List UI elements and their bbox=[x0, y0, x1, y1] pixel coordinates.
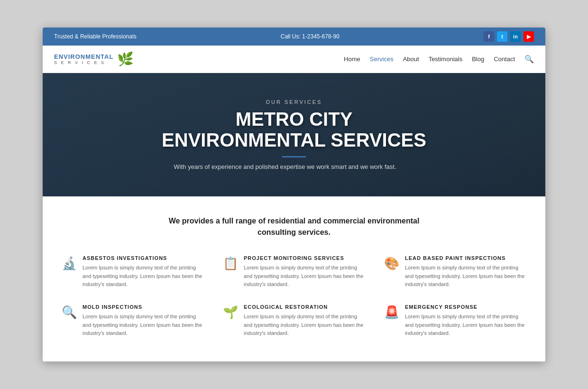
service-icon: 📋 bbox=[223, 256, 238, 271]
services-intro: We provides a full range of residential … bbox=[62, 215, 526, 238]
nav-home[interactable]: Home bbox=[344, 56, 360, 63]
service-item: 🚨 EMERGENCY RESPONSE Lorem Ipsum is simp… bbox=[384, 304, 526, 338]
hero-content: OUR SERVICES METRO CITY ENVIRONMENTAL SE… bbox=[152, 99, 436, 170]
service-icon: 🎨 bbox=[384, 256, 399, 271]
service-content: EMERGENCY RESPONSE Lorem Ipsum is simply… bbox=[405, 304, 526, 338]
logo[interactable]: ENVIRONMENTAL S E R V I C E S 🌿 bbox=[54, 51, 134, 67]
service-desc: Lorem Ipsum is simply dummy text of the … bbox=[244, 264, 365, 289]
service-title: MOLD INSPECTIONS bbox=[83, 304, 204, 310]
top-bar: Trusted & Reliable Professionals Call Us… bbox=[43, 28, 545, 46]
hero-title-line1: METRO CITY bbox=[236, 109, 353, 130]
service-title: ECOLOGICAL RESTORATION bbox=[244, 304, 365, 310]
service-title: EMERGENCY RESPONSE bbox=[405, 304, 526, 310]
service-item: 🎨 LEAD BASED PAINT INSPECTIONS Lorem Ips… bbox=[384, 255, 526, 289]
service-title: LEAD BASED PAINT INSPECTIONS bbox=[405, 255, 526, 261]
logo-icon: 🌿 bbox=[117, 51, 134, 67]
linkedin-icon[interactable]: in bbox=[510, 31, 521, 42]
service-desc: Lorem Ipsum is simply dummy text of the … bbox=[83, 264, 204, 289]
twitter-icon[interactable]: t bbox=[497, 31, 507, 42]
phone-number: Call Us: 1-2345-678-90 bbox=[281, 33, 340, 40]
service-item: 🌱 ECOLOGICAL RESTORATION Lorem Ipsum is … bbox=[223, 304, 365, 338]
hero-section: OUR SERVICES METRO CITY ENVIRONMENTAL SE… bbox=[43, 73, 545, 196]
search-icon[interactable]: 🔍 bbox=[524, 55, 534, 64]
service-content: PROJECT MONITORING SERVICES Lorem Ipsum … bbox=[244, 255, 365, 289]
header: ENVIRONMENTAL S E R V I C E S 🌿 Home Ser… bbox=[43, 46, 545, 73]
service-item: 🔬 ASBESTOS INVESTIGATIONS Lorem Ipsum is… bbox=[62, 255, 204, 289]
service-content: ECOLOGICAL RESTORATION Lorem Ipsum is si… bbox=[244, 304, 365, 338]
service-icon: 🌱 bbox=[223, 305, 238, 320]
hero-eyebrow: OUR SERVICES bbox=[162, 99, 426, 105]
social-links: f t in ▶ bbox=[484, 31, 534, 42]
service-desc: Lorem Ipsum is simply dummy text of the … bbox=[83, 313, 204, 338]
youtube-icon[interactable]: ▶ bbox=[524, 31, 534, 42]
services-grid: 🔬 ASBESTOS INVESTIGATIONS Lorem Ipsum is… bbox=[62, 255, 526, 338]
service-icon: 🔍 bbox=[62, 305, 77, 320]
nav-services[interactable]: Services bbox=[370, 56, 394, 63]
service-item: 📋 PROJECT MONITORING SERVICES Lorem Ipsu… bbox=[223, 255, 365, 289]
service-icon: 🔬 bbox=[62, 256, 77, 271]
service-icon: 🚨 bbox=[384, 305, 399, 320]
hero-title-line2: ENVIRONMENTAL SERVICES bbox=[162, 130, 426, 150]
service-content: MOLD INSPECTIONS Lorem Ipsum is simply d… bbox=[83, 304, 204, 338]
service-desc: Lorem Ipsum is simply dummy text of the … bbox=[405, 313, 526, 338]
service-title: ASBESTOS INVESTIGATIONS bbox=[83, 255, 204, 261]
services-section: We provides a full range of residential … bbox=[43, 196, 545, 361]
facebook-icon[interactable]: f bbox=[484, 31, 494, 42]
logo-name: ENVIRONMENTAL bbox=[54, 53, 113, 60]
hero-title: METRO CITY ENVIRONMENTAL SERVICES bbox=[162, 109, 426, 150]
nav-blog[interactable]: Blog bbox=[472, 56, 484, 63]
service-content: LEAD BASED PAINT INSPECTIONS Lorem Ipsum… bbox=[405, 255, 526, 289]
service-desc: Lorem Ipsum is simply dummy text of the … bbox=[405, 264, 526, 289]
logo-sub: S E R V I C E S bbox=[54, 60, 113, 65]
hero-divider bbox=[282, 156, 306, 157]
service-title: PROJECT MONITORING SERVICES bbox=[244, 255, 365, 261]
tagline: Trusted & Reliable Professionals bbox=[54, 33, 137, 40]
browser-window: Trusted & Reliable Professionals Call Us… bbox=[43, 28, 545, 361]
nav-contact[interactable]: Contact bbox=[494, 56, 515, 63]
nav-testimonials[interactable]: Testimonials bbox=[429, 56, 463, 63]
service-content: ASBESTOS INVESTIGATIONS Lorem Ipsum is s… bbox=[83, 255, 204, 289]
hero-subtitle: With years of experience and polished ex… bbox=[162, 163, 408, 170]
main-nav: Home Services About Testimonials Blog Co… bbox=[344, 55, 534, 64]
service-desc: Lorem Ipsum is simply dummy text of the … bbox=[244, 313, 365, 338]
nav-about[interactable]: About bbox=[403, 56, 419, 63]
service-item: 🔍 MOLD INSPECTIONS Lorem Ipsum is simply… bbox=[62, 304, 204, 338]
